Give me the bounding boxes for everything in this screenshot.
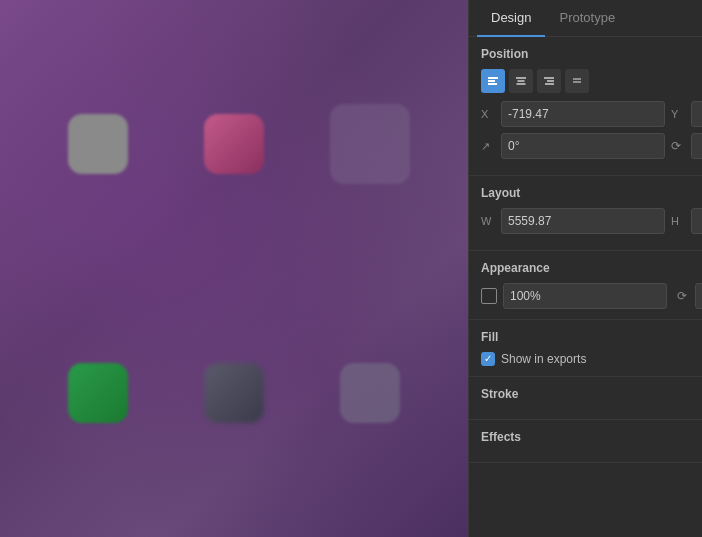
panel-content: Position X Y bbox=[469, 37, 702, 537]
blend-input[interactable] bbox=[695, 283, 702, 309]
appearance-section: Appearance ⟳ bbox=[469, 251, 702, 320]
app-icon-6 bbox=[320, 343, 420, 443]
position-x-input[interactable] bbox=[501, 101, 665, 127]
stroke-title: Stroke bbox=[481, 387, 518, 401]
svg-rect-6 bbox=[544, 77, 554, 79]
app-icon-3 bbox=[320, 94, 420, 194]
fill-row: Show in exports bbox=[481, 352, 690, 366]
fill-section: Fill Show in exports bbox=[469, 320, 702, 377]
tab-prototype[interactable]: Prototype bbox=[545, 0, 629, 37]
w-label: W bbox=[481, 215, 495, 227]
effects-title: Effects bbox=[481, 430, 521, 444]
height-input[interactable] bbox=[691, 208, 702, 234]
position-angle-row: ↗ ⟳ bbox=[481, 133, 690, 159]
angle-icon: ↗ bbox=[481, 140, 495, 153]
position-icons bbox=[481, 69, 690, 93]
svg-rect-8 bbox=[545, 83, 554, 85]
icon-shape-4 bbox=[68, 363, 128, 423]
app-icon-2 bbox=[184, 94, 284, 194]
position-title: Position bbox=[481, 47, 690, 61]
show-exports-checkbox[interactable] bbox=[481, 352, 495, 366]
app-icons-grid bbox=[0, 0, 468, 537]
opacity-input[interactable] bbox=[503, 283, 667, 309]
panel-tabs: Design Prototype bbox=[469, 0, 702, 37]
canvas-area[interactable] bbox=[0, 0, 468, 537]
layout-title: Layout bbox=[481, 186, 690, 200]
flip-icon: ⟳ bbox=[671, 139, 685, 153]
icon-shape-5 bbox=[204, 363, 264, 423]
fill-title: Fill bbox=[481, 330, 690, 344]
stroke-section: Stroke bbox=[469, 377, 702, 420]
svg-rect-7 bbox=[547, 80, 554, 82]
align-left-btn[interactable] bbox=[481, 69, 505, 93]
right-panel: Design Prototype Position X bbox=[468, 0, 702, 537]
app-icon-5 bbox=[184, 343, 284, 443]
h-label: H bbox=[671, 215, 685, 227]
icon-shape-1 bbox=[68, 114, 128, 174]
icon-shape-6 bbox=[340, 363, 400, 423]
align-justify-btn[interactable] bbox=[565, 69, 589, 93]
angle-input[interactable] bbox=[501, 133, 665, 159]
layout-section: Layout W H bbox=[469, 176, 702, 251]
align-right-btn[interactable] bbox=[537, 69, 561, 93]
svg-rect-2 bbox=[488, 83, 497, 85]
flip-input[interactable] bbox=[691, 133, 702, 159]
icon-shape-3 bbox=[330, 104, 410, 184]
position-section: Position X Y bbox=[469, 37, 702, 176]
appearance-row: ⟳ bbox=[481, 283, 690, 309]
position-y-input[interactable] bbox=[691, 101, 702, 127]
app-icon-1 bbox=[48, 94, 148, 194]
appearance-title: Appearance bbox=[481, 261, 690, 275]
width-input[interactable] bbox=[501, 208, 665, 234]
position-x-row: X Y bbox=[481, 101, 690, 127]
svg-rect-0 bbox=[488, 77, 498, 79]
y-label: Y bbox=[671, 108, 685, 120]
opacity-icon bbox=[481, 288, 497, 304]
effects-header: Effects bbox=[481, 430, 690, 452]
layout-wh-row: W H bbox=[481, 208, 690, 234]
x-label: X bbox=[481, 108, 495, 120]
app-icon-4 bbox=[48, 343, 148, 443]
svg-rect-5 bbox=[517, 83, 526, 85]
svg-rect-4 bbox=[518, 80, 525, 82]
tab-design[interactable]: Design bbox=[477, 0, 545, 37]
align-center-btn[interactable] bbox=[509, 69, 533, 93]
blend-icon: ⟳ bbox=[677, 289, 687, 303]
effects-section: Effects bbox=[469, 420, 702, 463]
svg-rect-1 bbox=[488, 80, 495, 82]
svg-rect-3 bbox=[516, 77, 526, 79]
icon-shape-2 bbox=[204, 114, 264, 174]
stroke-header: Stroke bbox=[481, 387, 690, 409]
show-exports-label: Show in exports bbox=[501, 352, 586, 366]
